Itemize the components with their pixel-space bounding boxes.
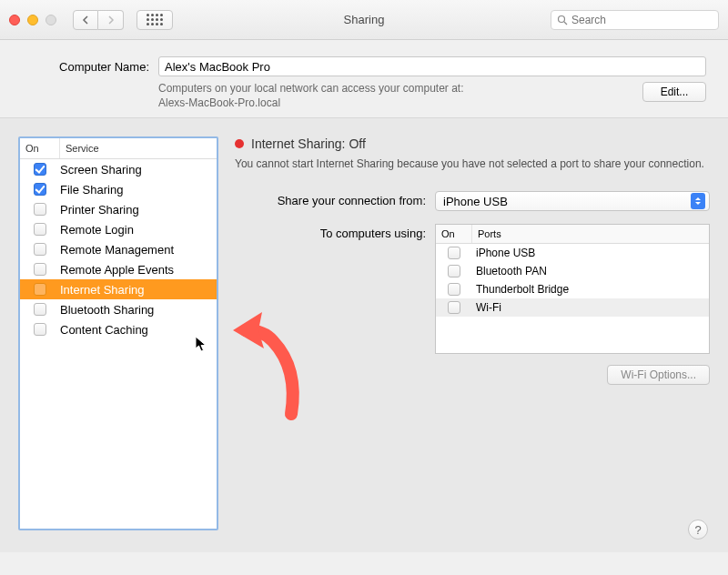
service-checkbox[interactable] [34, 223, 46, 236]
close-window-button[interactable] [9, 15, 20, 25]
port-label: iPhone USB [472, 247, 535, 259]
share-from-value: iPhone USB [443, 195, 508, 208]
status-description: You cannot start Internet Sharing becaus… [235, 156, 710, 171]
computer-name-label: Computer Name: [22, 60, 149, 74]
service-row-printer-sharing[interactable]: Printer Sharing [20, 199, 217, 219]
chevron-right-icon [107, 15, 115, 25]
service-checkbox[interactable] [34, 303, 46, 316]
forward-button[interactable] [98, 10, 124, 30]
computer-name-hint: Computers on your local network can acce… [158, 82, 624, 110]
chevron-left-icon [82, 15, 89, 25]
to-computers-label: To computers using: [235, 224, 426, 240]
computer-name-section: Computer Name: Computers on your local n… [0, 40, 728, 117]
service-row-content-caching[interactable]: Content Caching [20, 319, 217, 339]
titlebar: Sharing [0, 0, 728, 40]
ports-col-on: On [436, 225, 472, 243]
service-label: File Sharing [60, 183, 123, 197]
port-row-bluetooth-pan[interactable]: Bluetooth PAN [436, 262, 709, 280]
search-icon [557, 15, 568, 25]
service-label: Remote Management [60, 243, 174, 257]
service-row-screen-sharing[interactable]: Screen Sharing [20, 159, 217, 179]
service-checkbox[interactable] [34, 283, 46, 296]
service-checkbox[interactable] [34, 163, 46, 176]
port-label: Bluetooth PAN [472, 265, 547, 277]
port-label: Wi-Fi [472, 301, 501, 314]
service-label: Internet Sharing [60, 283, 145, 297]
service-row-file-sharing[interactable]: File Sharing [20, 179, 217, 199]
ports-col-ports: Ports [472, 225, 709, 243]
port-row-thunderbolt-bridge[interactable]: Thunderbolt Bridge [436, 280, 709, 298]
hint-line2: Alexs-MacBook-Pro.local [158, 96, 280, 109]
detail-panel: Internet Sharing: Off You cannot start I… [235, 136, 710, 530]
share-from-label: Share your connection from: [235, 191, 426, 207]
search-field[interactable] [551, 10, 719, 30]
col-service: Service [60, 138, 217, 158]
status-row: Internet Sharing: Off [235, 136, 710, 151]
select-arrows-icon [691, 193, 705, 209]
service-row-internet-sharing[interactable]: Internet Sharing [20, 279, 217, 299]
main-area: On Service Screen SharingFile SharingPri… [0, 117, 728, 552]
service-label: Printer Sharing [60, 203, 139, 217]
help-button[interactable]: ? [688, 520, 708, 540]
service-label: Content Caching [60, 323, 148, 337]
minimize-window-button[interactable] [27, 15, 38, 25]
service-row-remote-management[interactable]: Remote Management [20, 239, 217, 259]
ports-header: On Ports [436, 225, 709, 244]
service-row-remote-apple-events[interactable]: Remote Apple Events [20, 259, 217, 279]
search-input[interactable] [571, 14, 713, 26]
port-checkbox[interactable] [448, 283, 460, 296]
col-on: On [20, 138, 60, 158]
port-checkbox[interactable] [448, 301, 460, 314]
service-checkbox[interactable] [34, 183, 46, 196]
services-list: Screen SharingFile SharingPrinter Sharin… [20, 159, 217, 339]
computer-name-input[interactable] [158, 56, 706, 76]
back-button[interactable] [73, 10, 98, 30]
grid-icon [147, 14, 163, 25]
service-row-bluetooth-sharing[interactable]: Bluetooth Sharing [20, 299, 217, 319]
window-title: Sharing [344, 13, 385, 26]
service-label: Screen Sharing [60, 163, 142, 177]
port-checkbox[interactable] [448, 265, 460, 277]
status-dot-icon [235, 139, 244, 148]
port-row-iphone-usb[interactable]: iPhone USB [436, 244, 709, 262]
svg-point-0 [559, 15, 565, 22]
status-title: Internet Sharing: Off [251, 136, 366, 151]
zoom-window-button[interactable] [46, 15, 56, 25]
show-all-button[interactable] [136, 10, 173, 30]
port-checkbox[interactable] [448, 247, 460, 259]
services-header: On Service [20, 138, 217, 159]
service-label: Remote Login [60, 223, 134, 237]
services-panel: On Service Screen SharingFile SharingPri… [18, 136, 218, 530]
service-row-remote-login[interactable]: Remote Login [20, 219, 217, 239]
traffic-lights [9, 15, 56, 25]
edit-hostname-button[interactable]: Edit... [642, 82, 706, 102]
wifi-options-button[interactable]: Wi‑Fi Options... [607, 365, 710, 385]
service-checkbox[interactable] [34, 203, 46, 216]
service-checkbox[interactable] [34, 323, 46, 336]
port-label: Thunderbolt Bridge [472, 283, 569, 296]
hint-line1: Computers on your local network can acce… [158, 82, 463, 95]
port-row-wi-fi[interactable]: Wi-Fi [436, 298, 709, 317]
service-label: Remote Apple Events [60, 263, 174, 277]
ports-list: iPhone USBBluetooth PANThunderbolt Bridg… [436, 244, 709, 317]
service-checkbox[interactable] [34, 263, 46, 276]
service-checkbox[interactable] [34, 243, 46, 256]
ports-table: On Ports iPhone USBBluetooth PANThunderb… [435, 224, 710, 354]
svg-line-1 [564, 22, 567, 25]
service-label: Bluetooth Sharing [60, 303, 154, 317]
nav-buttons [73, 10, 124, 30]
share-from-select[interactable]: iPhone USB [435, 191, 710, 211]
